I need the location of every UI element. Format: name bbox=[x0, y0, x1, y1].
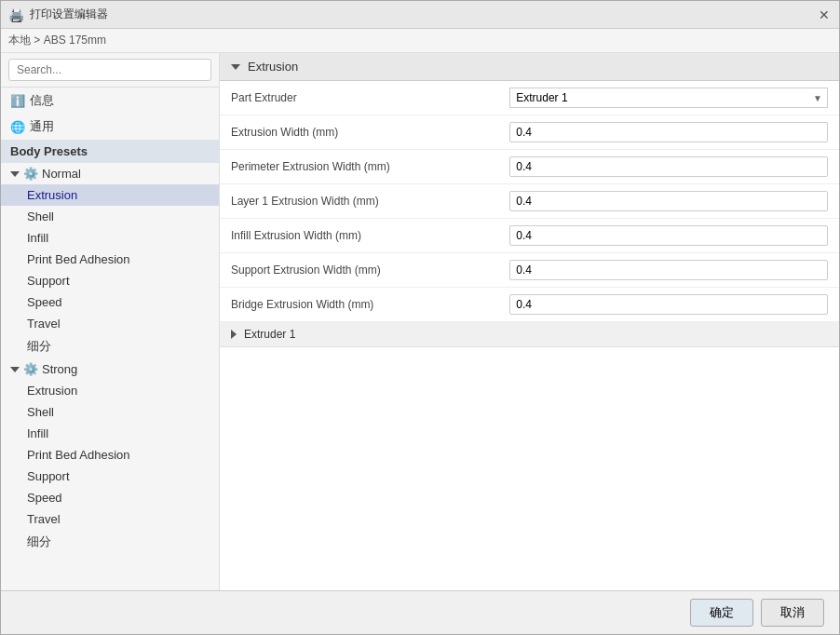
sidebar: ℹ️ 信息 🌐 通用 Body Presets ⚙️ Normal bbox=[1, 53, 220, 590]
table-row: Infill Extrusion Width (mm) bbox=[220, 219, 839, 253]
table-row: Bridge Extrusion Width (mm) bbox=[220, 288, 839, 322]
perimeter-extrusion-width-input[interactable] bbox=[509, 156, 828, 177]
extruder1-expand-icon bbox=[231, 330, 237, 339]
sidebar-item-normal-subdivision[interactable]: 细分 bbox=[1, 334, 219, 358]
app-icon: 🖨️ bbox=[8, 7, 24, 22]
sidebar-item-info[interactable]: ℹ️ 信息 bbox=[1, 88, 219, 114]
sidebar-info-label: 信息 bbox=[30, 92, 54, 109]
right-panel: Extrusion Part Extruder Extruder 1 ▼ bbox=[220, 53, 839, 590]
sidebar-item-normal-speed[interactable]: Speed bbox=[1, 291, 219, 313]
close-button[interactable]: ✕ bbox=[817, 7, 832, 22]
table-row: Part Extruder Extruder 1 ▼ bbox=[220, 81, 839, 115]
sidebar-general-label: 通用 bbox=[30, 118, 54, 135]
breadcrumb: 本地 > ABS 175mm bbox=[1, 29, 839, 53]
sidebar-item-strong-print-bed-adhesion[interactable]: Print Bed Adhesion bbox=[1, 444, 219, 466]
layer1-extrusion-width-input[interactable] bbox=[509, 191, 828, 211]
sidebar-item-general[interactable]: 🌐 通用 bbox=[1, 114, 219, 140]
extrusion-section-title: Extrusion bbox=[248, 60, 298, 74]
sidebar-item-normal-shell[interactable]: Shell bbox=[1, 206, 219, 227]
table-row: Extrusion Width (mm) bbox=[220, 115, 839, 150]
sidebar-item-strong-shell[interactable]: Shell bbox=[1, 401, 219, 423]
prop-value-part-extruder: Extruder 1 ▼ bbox=[498, 81, 839, 115]
normal-group-header[interactable]: ⚙️ Normal bbox=[1, 163, 219, 184]
sidebar-menu: ℹ️ 信息 🌐 通用 Body Presets ⚙️ Normal bbox=[1, 88, 219, 590]
table-row: Layer 1 Extrusion Width (mm) bbox=[220, 184, 839, 219]
part-extruder-select[interactable]: Extruder 1 bbox=[509, 88, 828, 108]
support-extrusion-width-input[interactable] bbox=[509, 260, 828, 280]
extruder1-sub-section[interactable]: Extruder 1 bbox=[220, 322, 839, 347]
sidebar-item-normal-support[interactable]: Support bbox=[1, 270, 219, 291]
normal-gear-icon: ⚙️ bbox=[23, 167, 38, 181]
title-bar: 🖨️ 打印设置编辑器 ✕ bbox=[1, 1, 839, 29]
extrusion-width-input[interactable] bbox=[509, 122, 828, 142]
sidebar-item-strong-support[interactable]: Support bbox=[1, 466, 219, 487]
prop-label-perimeter-extrusion-width: Perimeter Extrusion Width (mm) bbox=[220, 150, 498, 184]
prop-value-infill-extrusion-width bbox=[498, 219, 839, 253]
extruder1-sub-label: Extruder 1 bbox=[244, 328, 295, 341]
sidebar-item-normal-infill[interactable]: Infill bbox=[1, 227, 219, 249]
sidebar-item-normal-extrusion[interactable]: Extrusion bbox=[1, 184, 219, 206]
sidebar-item-strong-speed[interactable]: Speed bbox=[1, 487, 219, 508]
part-extruder-select-wrapper: Extruder 1 ▼ bbox=[509, 88, 828, 108]
sidebar-item-normal-print-bed-adhesion[interactable]: Print Bed Adhesion bbox=[1, 249, 219, 270]
main-content: ℹ️ 信息 🌐 通用 Body Presets ⚙️ Normal bbox=[1, 53, 839, 590]
title-bar-left: 🖨️ 打印设置编辑器 bbox=[8, 7, 108, 22]
sidebar-item-strong-extrusion[interactable]: Extrusion bbox=[1, 380, 219, 401]
extrusion-section-header: Extrusion bbox=[220, 53, 839, 81]
table-row: Perimeter Extrusion Width (mm) bbox=[220, 150, 839, 184]
prop-label-infill-extrusion-width: Infill Extrusion Width (mm) bbox=[220, 219, 498, 253]
extrusion-expand-icon bbox=[231, 64, 240, 70]
bridge-extrusion-width-input[interactable] bbox=[509, 294, 828, 315]
sidebar-item-normal-travel[interactable]: Travel bbox=[1, 313, 219, 334]
infill-extrusion-width-input[interactable] bbox=[509, 225, 828, 246]
prop-label-part-extruder: Part Extruder bbox=[220, 81, 498, 115]
body-presets-header: Body Presets bbox=[1, 140, 219, 163]
prop-value-layer1-extrusion-width bbox=[498, 184, 839, 219]
prop-value-support-extrusion-width bbox=[498, 253, 839, 288]
ok-button[interactable]: 确定 bbox=[690, 599, 753, 627]
sidebar-item-strong-travel[interactable]: Travel bbox=[1, 508, 219, 530]
info-icon: ℹ️ bbox=[10, 94, 25, 108]
search-input[interactable] bbox=[8, 59, 211, 81]
table-row: Support Extrusion Width (mm) bbox=[220, 253, 839, 288]
prop-label-bridge-extrusion-width: Bridge Extrusion Width (mm) bbox=[220, 288, 498, 322]
prop-value-extrusion-width bbox=[498, 115, 839, 150]
sidebar-item-strong-infill[interactable]: Infill bbox=[1, 423, 219, 444]
properties-table: Part Extruder Extruder 1 ▼ Extrusion Wid… bbox=[220, 81, 839, 322]
prop-label-extrusion-width: Extrusion Width (mm) bbox=[220, 115, 498, 150]
prop-value-bridge-extrusion-width bbox=[498, 288, 839, 322]
search-bar bbox=[1, 53, 219, 88]
prop-label-layer1-extrusion-width: Layer 1 Extrusion Width (mm) bbox=[220, 184, 498, 219]
normal-group-label: Normal bbox=[42, 167, 81, 181]
normal-expand-icon bbox=[10, 171, 20, 177]
window-title: 打印设置编辑器 bbox=[30, 7, 108, 22]
strong-group-label: Strong bbox=[42, 362, 77, 376]
main-window: 🖨️ 打印设置编辑器 ✕ 本地 > ABS 175mm ℹ️ 信息 🌐 通用 bbox=[0, 0, 840, 635]
prop-value-perimeter-extrusion-width bbox=[498, 150, 839, 184]
body-presets-label: Body Presets bbox=[10, 144, 88, 158]
general-icon: 🌐 bbox=[10, 120, 25, 134]
prop-label-support-extrusion-width: Support Extrusion Width (mm) bbox=[220, 253, 498, 288]
strong-expand-icon bbox=[10, 367, 20, 372]
strong-gear-icon: ⚙️ bbox=[23, 362, 38, 376]
cancel-button[interactable]: 取消 bbox=[761, 599, 824, 627]
strong-group-header[interactable]: ⚙️ Strong bbox=[1, 358, 219, 380]
sidebar-item-strong-subdivision[interactable]: 细分 bbox=[1, 530, 219, 554]
footer: 确定 取消 bbox=[1, 590, 839, 634]
